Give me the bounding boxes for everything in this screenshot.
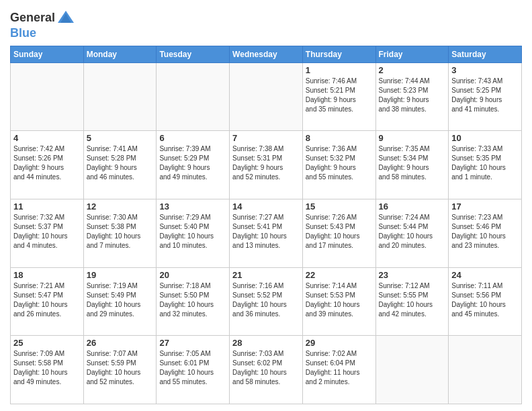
calendar-cell — [11, 62, 84, 131]
day-number: 17 — [451, 201, 519, 212]
calendar-cell: 27Sunrise: 7:05 AM Sunset: 6:01 PM Dayli… — [157, 336, 230, 404]
day-number: 14 — [232, 201, 300, 212]
calendar-cell: 8Sunrise: 7:36 AM Sunset: 5:32 PM Daylig… — [302, 131, 375, 199]
day-info: Sunrise: 7:07 AM Sunset: 5:59 PM Dayligh… — [87, 349, 154, 387]
day-number: 16 — [379, 201, 446, 212]
calendar-week-row: 1Sunrise: 7:46 AM Sunset: 5:21 PM Daylig… — [11, 62, 522, 131]
day-info: Sunrise: 7:05 AM Sunset: 6:01 PM Dayligh… — [159, 349, 226, 387]
day-info: Sunrise: 7:23 AM Sunset: 5:46 PM Dayligh… — [451, 213, 519, 250]
calendar-cell: 20Sunrise: 7:18 AM Sunset: 5:50 PM Dayli… — [157, 267, 230, 336]
calendar-cell: 4Sunrise: 7:42 AM Sunset: 5:26 PM Daylig… — [11, 131, 84, 199]
calendar-cell: 6Sunrise: 7:39 AM Sunset: 5:29 PM Daylig… — [157, 131, 230, 199]
calendar-cell: 2Sunrise: 7:44 AM Sunset: 5:23 PM Daylig… — [375, 62, 449, 131]
logo-text: General — [10, 11, 55, 25]
column-header-wednesday: Wednesday — [230, 46, 303, 62]
column-header-friday: Friday — [375, 46, 449, 62]
column-header-thursday: Thursday — [302, 46, 375, 62]
calendar-cell — [449, 336, 522, 404]
day-number: 15 — [306, 201, 373, 212]
day-info: Sunrise: 7:14 AM Sunset: 5:53 PM Dayligh… — [306, 281, 373, 319]
calendar-header-row: SundayMondayTuesdayWednesdayThursdayFrid… — [11, 46, 522, 62]
column-header-sunday: Sunday — [11, 46, 84, 62]
day-info: Sunrise: 7:38 AM Sunset: 5:31 PM Dayligh… — [232, 144, 300, 182]
column-header-saturday: Saturday — [449, 46, 522, 62]
day-info: Sunrise: 7:43 AM Sunset: 5:25 PM Dayligh… — [451, 77, 519, 114]
day-number: 20 — [159, 270, 226, 280]
day-number: 27 — [159, 338, 226, 348]
header: General Blue — [10, 7, 522, 40]
calendar-cell — [157, 62, 230, 131]
logo: General Blue — [10, 9, 75, 40]
calendar-cell: 26Sunrise: 7:07 AM Sunset: 5:59 PM Dayli… — [83, 336, 157, 404]
day-info: Sunrise: 7:24 AM Sunset: 5:44 PM Dayligh… — [379, 213, 446, 250]
column-header-monday: Monday — [83, 46, 157, 62]
calendar-cell: 3Sunrise: 7:43 AM Sunset: 5:25 PM Daylig… — [449, 62, 522, 131]
day-number: 11 — [13, 201, 81, 212]
calendar-cell: 17Sunrise: 7:23 AM Sunset: 5:46 PM Dayli… — [449, 199, 522, 268]
day-number: 6 — [159, 133, 226, 143]
day-number: 21 — [232, 270, 300, 280]
day-number: 12 — [87, 201, 154, 212]
calendar-cell: 1Sunrise: 7:46 AM Sunset: 5:21 PM Daylig… — [302, 62, 375, 131]
day-number: 19 — [87, 270, 154, 280]
calendar-cell: 21Sunrise: 7:16 AM Sunset: 5:52 PM Dayli… — [230, 267, 303, 336]
day-number: 1 — [306, 65, 373, 75]
day-info: Sunrise: 7:16 AM Sunset: 5:52 PM Dayligh… — [232, 281, 300, 319]
day-info: Sunrise: 7:12 AM Sunset: 5:55 PM Dayligh… — [379, 281, 446, 319]
calendar-cell — [83, 62, 157, 131]
day-info: Sunrise: 7:42 AM Sunset: 5:26 PM Dayligh… — [13, 144, 81, 182]
day-info: Sunrise: 7:11 AM Sunset: 5:56 PM Dayligh… — [451, 281, 519, 319]
day-info: Sunrise: 7:03 AM Sunset: 6:02 PM Dayligh… — [232, 349, 300, 387]
calendar-week-row: 18Sunrise: 7:21 AM Sunset: 5:47 PM Dayli… — [11, 267, 522, 336]
day-info: Sunrise: 7:32 AM Sunset: 5:37 PM Dayligh… — [13, 213, 81, 250]
calendar-week-row: 11Sunrise: 7:32 AM Sunset: 5:37 PM Dayli… — [11, 199, 522, 268]
day-info: Sunrise: 7:35 AM Sunset: 5:34 PM Dayligh… — [379, 144, 446, 182]
calendar-cell: 19Sunrise: 7:19 AM Sunset: 5:49 PM Dayli… — [83, 267, 157, 336]
logo-icon — [56, 8, 75, 27]
calendar-table: SundayMondayTuesdayWednesdayThursdayFrid… — [10, 46, 522, 404]
calendar-cell: 29Sunrise: 7:02 AM Sunset: 6:04 PM Dayli… — [302, 336, 375, 404]
calendar-week-row: 4Sunrise: 7:42 AM Sunset: 5:26 PM Daylig… — [11, 131, 522, 199]
page: General Blue SundayMondayTuesdayWednesda… — [0, 0, 532, 411]
day-info: Sunrise: 7:33 AM Sunset: 5:35 PM Dayligh… — [451, 144, 519, 182]
logo-blue-text: Blue — [10, 27, 36, 40]
calendar-body: 1Sunrise: 7:46 AM Sunset: 5:21 PM Daylig… — [11, 62, 522, 404]
day-number: 25 — [13, 338, 81, 348]
day-number: 3 — [451, 65, 519, 75]
calendar-cell: 24Sunrise: 7:11 AM Sunset: 5:56 PM Dayli… — [449, 267, 522, 336]
day-number: 24 — [451, 270, 519, 280]
day-number: 2 — [379, 65, 446, 75]
calendar-cell: 9Sunrise: 7:35 AM Sunset: 5:34 PM Daylig… — [375, 131, 449, 199]
day-info: Sunrise: 7:18 AM Sunset: 5:50 PM Dayligh… — [159, 281, 226, 319]
day-number: 8 — [306, 133, 373, 143]
calendar-cell: 15Sunrise: 7:26 AM Sunset: 5:43 PM Dayli… — [302, 199, 375, 268]
calendar-cell: 23Sunrise: 7:12 AM Sunset: 5:55 PM Dayli… — [375, 267, 449, 336]
day-info: Sunrise: 7:46 AM Sunset: 5:21 PM Dayligh… — [306, 77, 373, 114]
day-info: Sunrise: 7:29 AM Sunset: 5:40 PM Dayligh… — [159, 213, 226, 250]
day-number: 5 — [87, 133, 154, 143]
day-info: Sunrise: 7:26 AM Sunset: 5:43 PM Dayligh… — [306, 213, 373, 250]
day-info: Sunrise: 7:02 AM Sunset: 6:04 PM Dayligh… — [306, 349, 373, 387]
day-number: 26 — [87, 338, 154, 348]
day-number: 22 — [306, 270, 373, 280]
calendar-cell: 13Sunrise: 7:29 AM Sunset: 5:40 PM Dayli… — [157, 199, 230, 268]
day-info: Sunrise: 7:19 AM Sunset: 5:49 PM Dayligh… — [87, 281, 154, 319]
calendar-cell: 7Sunrise: 7:38 AM Sunset: 5:31 PM Daylig… — [230, 131, 303, 199]
calendar-cell: 18Sunrise: 7:21 AM Sunset: 5:47 PM Dayli… — [11, 267, 84, 336]
calendar-cell — [375, 336, 449, 404]
calendar-cell: 14Sunrise: 7:27 AM Sunset: 5:41 PM Dayli… — [230, 199, 303, 268]
calendar-cell: 10Sunrise: 7:33 AM Sunset: 5:35 PM Dayli… — [449, 131, 522, 199]
column-header-tuesday: Tuesday — [157, 46, 230, 62]
calendar-cell: 22Sunrise: 7:14 AM Sunset: 5:53 PM Dayli… — [302, 267, 375, 336]
day-number: 13 — [159, 201, 226, 212]
calendar-cell: 5Sunrise: 7:41 AM Sunset: 5:28 PM Daylig… — [83, 131, 157, 199]
calendar-cell: 25Sunrise: 7:09 AM Sunset: 5:58 PM Dayli… — [11, 336, 84, 404]
day-number: 4 — [13, 133, 81, 143]
day-number: 9 — [379, 133, 446, 143]
day-number: 23 — [379, 270, 446, 280]
day-info: Sunrise: 7:39 AM Sunset: 5:29 PM Dayligh… — [159, 144, 226, 182]
day-info: Sunrise: 7:09 AM Sunset: 5:58 PM Dayligh… — [13, 349, 81, 387]
day-number: 18 — [13, 270, 81, 280]
day-number: 7 — [232, 133, 300, 143]
day-number: 10 — [451, 133, 519, 143]
